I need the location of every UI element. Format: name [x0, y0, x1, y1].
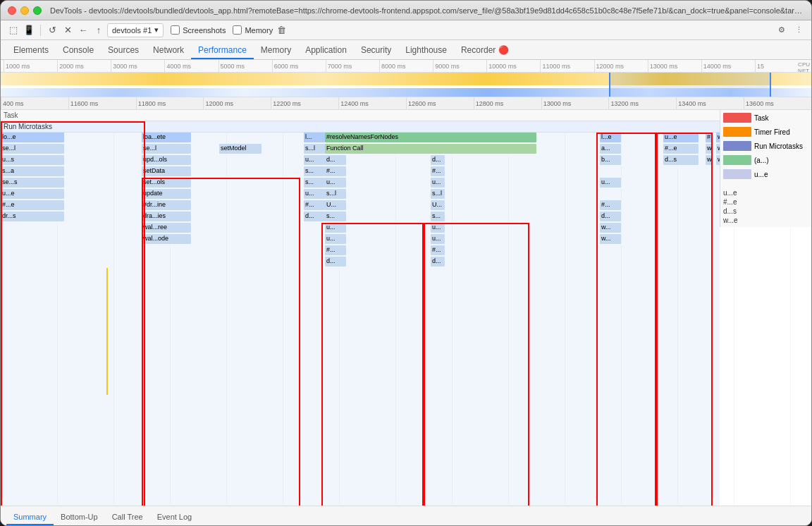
- tab-sources[interactable]: Sources: [101, 42, 146, 59]
- flame-block-d6[interactable]: d...: [431, 257, 445, 267]
- flame-block-sl1[interactable]: s...l: [325, 189, 346, 199]
- flame-block-resolve[interactable]: #resolveNamesForNodes: [325, 133, 536, 142]
- flame-block-d5[interactable]: d...: [325, 257, 346, 267]
- flame-block-hash5[interactable]: #...: [304, 200, 325, 210]
- flame-block-w2[interactable]: w...: [706, 144, 713, 154]
- flame-block-u-s[interactable]: u...: [304, 155, 325, 165]
- flame-block-setols[interactable]: set...ols: [142, 178, 191, 188]
- flame-block-drs[interactable]: dr...s: [1, 212, 64, 221]
- tab-security[interactable]: Security: [354, 42, 398, 59]
- flame-block-hash4[interactable]: #...: [431, 166, 445, 176]
- reload-icon[interactable]: ↺: [45, 23, 59, 37]
- flame-block-u11[interactable]: u...: [431, 234, 445, 244]
- memory-check[interactable]: Memory: [233, 25, 273, 35]
- tab-elements[interactable]: Elements: [6, 42, 56, 59]
- tab-recorder[interactable]: Recorder 🔴: [454, 42, 516, 59]
- flame-block-setdata[interactable]: setData: [142, 166, 191, 176]
- flame-block-s5[interactable]: s...: [325, 212, 346, 221]
- tab-memory[interactable]: Memory: [254, 42, 298, 59]
- flame-block-d3[interactable]: d...: [304, 212, 325, 221]
- flame-block-s4[interactable]: s...: [304, 178, 325, 188]
- flame-block-d2[interactable]: d...: [431, 155, 445, 165]
- tab-event-log[interactable]: Event Log: [150, 510, 199, 525]
- flame-block-u2[interactable]: u...: [325, 178, 346, 188]
- tab-bottom-up[interactable]: Bottom-Up: [54, 510, 105, 525]
- tab-application[interactable]: Application: [298, 42, 354, 59]
- flame-block-ses[interactable]: se...s: [1, 178, 64, 188]
- inspect-icon[interactable]: ⬚: [6, 23, 20, 37]
- flame-block-setModel[interactable]: setModel: [219, 144, 262, 154]
- flame-block-d4[interactable]: d...: [600, 212, 621, 221]
- timeline-ruler[interactable]: 1000 ms 2000 ms 3000 ms 4000 ms 5000 ms …: [1, 60, 811, 73]
- flame-block-u6[interactable]: U...: [325, 200, 346, 210]
- flame-block-u7[interactable]: U...: [431, 200, 445, 210]
- device-select[interactable]: devtools #1 ▾: [107, 23, 164, 37]
- tab-summary[interactable]: Summary: [6, 510, 54, 525]
- flame-block-u10[interactable]: u...: [325, 234, 346, 244]
- flame-block-s3[interactable]: s...: [304, 166, 325, 176]
- flame-block-d1[interactable]: d...: [325, 155, 346, 165]
- back-icon[interactable]: ←: [76, 23, 90, 37]
- flame-block-u3[interactable]: u...: [431, 178, 445, 188]
- flame-block-draies[interactable]: dra...ies: [142, 212, 191, 221]
- flame-block-hash1[interactable]: #...: [706, 133, 713, 142]
- memory-checkbox[interactable]: [233, 25, 242, 35]
- flame-block-l[interactable]: l...: [304, 133, 325, 142]
- flame-block-u9[interactable]: u...: [431, 223, 445, 233]
- screenshots-checkbox[interactable]: [171, 25, 180, 35]
- flame-block-sa[interactable]: s...a: [1, 166, 64, 176]
- flame-block-s6[interactable]: s...: [431, 212, 445, 221]
- flame-block-walree[interactable]: wal...ree: [142, 223, 191, 233]
- flame-block-drline[interactable]: #dr...ine: [142, 200, 191, 210]
- zoomed-ruler[interactable]: 400 ms 11600 ms 11800 ms 12000 ms 12200 …: [1, 97, 811, 110]
- flame-block-a2[interactable]: a...: [600, 144, 621, 154]
- tab-performance[interactable]: Performance: [191, 42, 254, 59]
- flame-block-u5[interactable]: u...: [304, 189, 325, 199]
- flame-block-function-call[interactable]: Function Call: [325, 144, 536, 154]
- flame-block-b1[interactable]: b...: [600, 155, 621, 165]
- flame-block-w4[interactable]: w...: [706, 155, 713, 165]
- flame-block-w5[interactable]: w...: [600, 223, 621, 233]
- flame-block-u8[interactable]: u...: [325, 223, 346, 233]
- flame-block-updols[interactable]: upd...ols: [142, 155, 191, 165]
- trash-icon[interactable]: 🗑: [274, 23, 288, 37]
- flame-block-se-l2[interactable]: se...l: [142, 144, 191, 154]
- flame-block-hash8[interactable]: #...: [431, 245, 445, 255]
- flame-block-us[interactable]: u...s: [1, 155, 64, 165]
- flame-block-lo-e[interactable]: lo...e: [1, 133, 64, 142]
- flame-block-ue[interactable]: u...e: [1, 189, 64, 199]
- overview-bars[interactable]: [1, 73, 811, 97]
- flame-block-se-l[interactable]: se...l: [1, 144, 64, 154]
- flame-block-update[interactable]: update: [142, 189, 191, 199]
- flame-block-hash2[interactable]: #...e: [663, 144, 699, 154]
- tab-network[interactable]: Network: [146, 42, 191, 59]
- tab-lighthouse[interactable]: Lighthouse: [398, 42, 454, 59]
- more-icon[interactable]: ⋮: [792, 23, 806, 37]
- tick-12000: 12000 ms: [594, 60, 648, 72]
- flame-block-loa-ete[interactable]: loa...ete: [142, 133, 191, 142]
- minimize-button[interactable]: [20, 6, 29, 15]
- flame-block-hash7[interactable]: #...: [325, 245, 346, 255]
- tab-call-tree[interactable]: Call Tree: [105, 510, 150, 525]
- maximize-button[interactable]: [33, 6, 42, 15]
- forward-icon[interactable]: ↑: [92, 23, 106, 37]
- close-button[interactable]: [8, 6, 16, 15]
- flame-block-walode[interactable]: wal...ode: [142, 234, 191, 244]
- flame-block-ds1[interactable]: d...s: [663, 155, 699, 165]
- flame-block-s-l[interactable]: s...l: [304, 144, 325, 154]
- flame-chart[interactable]: Task Run Microtasks lo...e loa...ete l..…: [1, 110, 811, 506]
- screenshots-check[interactable]: Screenshots: [171, 25, 226, 35]
- flame-block-u1[interactable]: u...e: [663, 133, 699, 142]
- flame-block-u4[interactable]: u...: [600, 178, 621, 188]
- flame-row-5: se...s set...ols s... u... u... u...: [1, 178, 720, 189]
- stop-icon[interactable]: ✕: [61, 23, 75, 37]
- flame-block-hashe[interactable]: #...e: [1, 200, 64, 210]
- flame-block-hash6[interactable]: #...: [600, 200, 621, 210]
- tab-console[interactable]: Console: [56, 42, 101, 59]
- flame-block-sl2[interactable]: s...l: [431, 189, 445, 199]
- device-icon[interactable]: 📱: [22, 23, 36, 37]
- flame-block-hash3[interactable]: #...: [325, 166, 346, 176]
- flame-block-w6[interactable]: w...: [600, 234, 621, 244]
- settings-icon[interactable]: ⚙: [775, 23, 789, 37]
- flame-block-l2[interactable]: l...e: [600, 133, 621, 142]
